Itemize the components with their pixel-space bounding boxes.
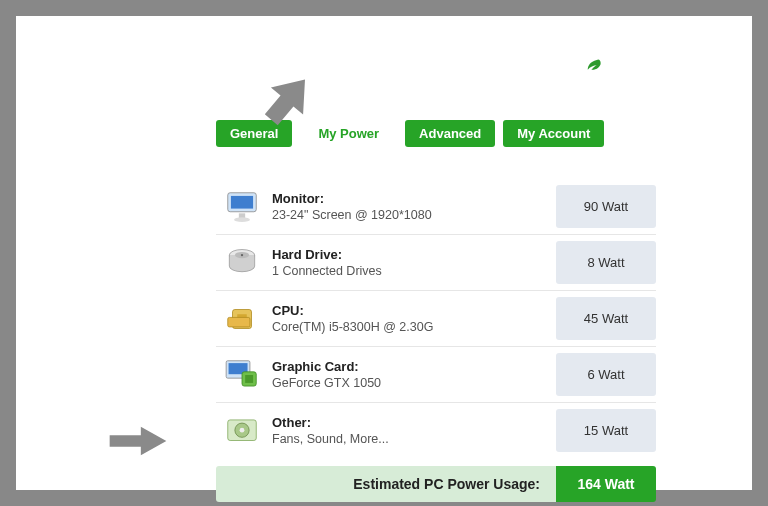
other-value: Fans, Sound, More...	[272, 432, 556, 446]
monitor-label: Monitor:	[272, 191, 556, 206]
gpu-watt: 6 Watt	[556, 353, 656, 396]
total-watt: 164 Watt	[556, 466, 656, 502]
svg-marker-18	[110, 427, 167, 455]
item-row-other: Other: Fans, Sound, More... 15 Watt	[216, 403, 656, 458]
hdd-label: Hard Drive:	[272, 247, 556, 262]
power-items-list: Monitor: 23-24" Screen @ 1920*1080 90 Wa…	[216, 179, 656, 458]
gpu-label: Graphic Card:	[272, 359, 556, 374]
gpu-value: GeForce GTX 1050	[272, 376, 556, 390]
other-label: Other:	[272, 415, 556, 430]
cpu-value: Core(TM) i5-8300H @ 2.30G	[272, 320, 556, 334]
total-row: Estimated PC Power Usage: 164 Watt	[216, 466, 656, 502]
cpu-label: CPU:	[272, 303, 556, 318]
monitor-watt: 90 Watt	[556, 185, 656, 228]
svg-rect-10	[228, 317, 250, 327]
total-label: Estimated PC Power Usage:	[216, 466, 556, 502]
monitor-icon	[216, 186, 268, 228]
hdd-icon	[216, 242, 268, 284]
tab-advanced[interactable]: Advanced	[405, 120, 495, 147]
item-row-monitor: Monitor: 23-24" Screen @ 1920*1080 90 Wa…	[216, 179, 656, 235]
pointer-arrow-total	[108, 424, 168, 462]
monitor-value: 23-24" Screen @ 1920*1080	[272, 208, 556, 222]
svg-point-7	[241, 253, 243, 255]
hdd-watt: 8 Watt	[556, 241, 656, 284]
tab-my-account[interactable]: My Account	[503, 120, 604, 147]
item-row-cpu: CPU: Core(TM) i5-8300H @ 2.30G 45 Watt	[216, 291, 656, 347]
pointer-arrow-tab	[252, 66, 322, 140]
svg-point-17	[240, 427, 245, 432]
item-row-gpu: Graphic Card: GeForce GTX 1050 6 Watt	[216, 347, 656, 403]
cpu-icon	[216, 298, 268, 340]
cpu-watt: 45 Watt	[556, 297, 656, 340]
hdd-value: 1 Connected Drives	[272, 264, 556, 278]
svg-rect-14	[245, 375, 253, 383]
other-watt: 15 Watt	[556, 409, 656, 452]
svg-rect-2	[231, 195, 253, 208]
settings-panel: General My Power Advanced My Account Mon…	[16, 16, 752, 490]
gpu-icon	[216, 354, 268, 396]
leaf-icon	[584, 54, 602, 77]
item-row-hdd: Hard Drive: 1 Connected Drives 8 Watt	[216, 235, 656, 291]
svg-marker-0	[255, 66, 321, 133]
other-icon	[216, 410, 268, 452]
svg-point-4	[234, 217, 250, 222]
